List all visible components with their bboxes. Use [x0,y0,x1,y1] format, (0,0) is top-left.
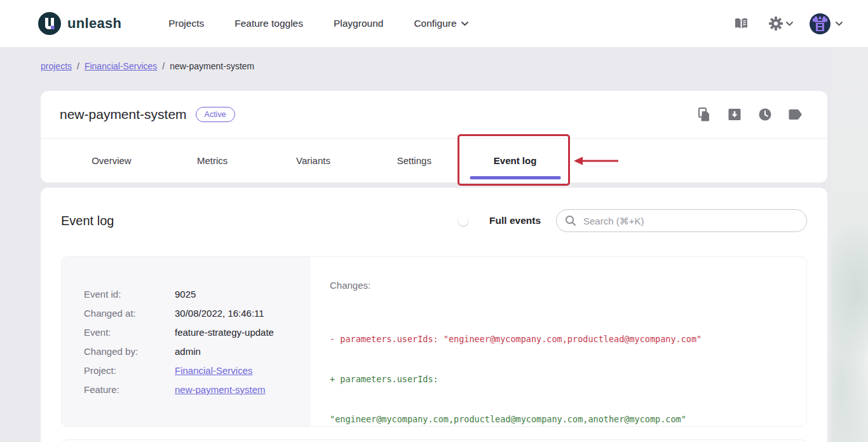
tab-overview[interactable]: Overview [61,139,162,183]
nav-item-projects[interactable]: Projects [168,18,204,29]
navbar-right [729,13,843,34]
page-title: new-payment-system [60,107,187,122]
event-log-header: Event log Full events [41,188,827,232]
brand-name: unleash [67,15,121,32]
unleash-logo-icon [38,12,61,35]
chevron-down-icon [461,22,468,26]
event-changes-panel: Changes: - parameters.userIds: "engineer… [311,257,806,426]
nav-item-configure[interactable]: Configure [414,18,468,29]
meta-label: Event id: [84,289,175,300]
meta-row-event-id: Event id: 9025 [84,289,311,300]
status-badge: Active [196,107,235,122]
meta-row-project: Project: Financial-Services [84,365,311,376]
event-diff: - parameters.userIds: "engineer@mycompan… [330,306,787,427]
top-navbar: unleash Projects Feature toggles Playgro… [0,0,868,47]
event-log-entry: Event id: 9025 Changed at: 30/08/2022, 1… [61,256,807,427]
toggle-switch[interactable] [457,215,482,227]
feature-actions [691,102,808,127]
history-icon[interactable] [752,102,778,127]
tab-metrics-label: Metrics [197,155,227,166]
settings-menu-button[interactable] [768,16,793,31]
feature-link[interactable]: new-payment-system [175,384,266,396]
nav-item-feature-toggles[interactable]: Feature toggles [234,18,303,29]
meta-label: Changed at: [84,308,175,319]
breadcrumb-separator: / [162,61,165,71]
breadcrumb-current: new-payment-system [170,61,254,71]
changed-by-value: admin [175,346,201,357]
main-nav: Projects Feature toggles Playground Conf… [168,18,468,29]
meta-label: Project: [84,365,175,376]
tab-overview-label: Overview [92,155,132,166]
archive-icon[interactable] [722,102,747,127]
breadcrumb-projects[interactable]: projects [41,61,72,71]
meta-row-changed-by: Changed by: admin [84,346,311,357]
search-input[interactable] [556,209,807,232]
breadcrumb-separator: / [77,61,79,71]
tab-variants[interactable]: Variants [263,139,364,183]
tab-event-log-label: Event log [494,155,537,166]
tab-event-log[interactable]: Event log [465,139,566,183]
tab-settings[interactable]: Settings [363,139,465,183]
breadcrumb: projects / Financial-Services / new-paym… [41,61,254,71]
breadcrumb-financial-services[interactable]: Financial-Services [85,61,157,71]
meta-row-changed-at: Changed at: 30/08/2022, 16:46:11 [84,308,311,319]
search-icon [565,215,576,226]
meta-label: Event: [84,327,175,338]
full-events-toggle[interactable]: Full events [457,215,541,227]
feature-title-row: new-payment-system Active [41,91,827,138]
event-id-value: 9025 [175,289,196,300]
nav-item-playground[interactable]: Playground [334,18,383,29]
diff-removed-line: - parameters.userIds: "engineer@mycompan… [330,333,787,346]
meta-row-feature: Feature: new-payment-system [84,384,311,396]
nav-item-configure-label: Configure [414,18,456,29]
active-tab-indicator [470,176,560,179]
event-log-title: Event log [61,214,114,228]
event-type-value: feature-strategy-update [175,327,274,338]
event-log-card: Event log Full events Event id: 9025 Cha… [41,188,827,442]
diff-added-line: "engineer@mycompany.com,productlead@myco… [330,413,787,426]
changes-label: Changes: [330,280,787,291]
background-texture [831,47,868,442]
tab-metrics[interactable]: Metrics [162,139,263,183]
changed-at-value: 30/08/2022, 16:46:11 [175,308,264,319]
toggle-thumb [458,216,468,226]
user-avatar [810,13,831,34]
meta-label: Feature: [84,384,175,396]
event-meta-panel: Event id: 9025 Changed at: 30/08/2022, 1… [62,257,311,426]
profile-menu-button[interactable] [810,13,843,34]
feature-tabs: Overview Metrics Variants Settings Event… [41,138,827,183]
settings-gear-icon [768,16,783,31]
copy-icon[interactable] [691,102,717,127]
chevron-down-icon [786,22,793,26]
tab-settings-label: Settings [397,155,431,166]
meta-row-event-type: Event: feature-strategy-update [84,327,311,338]
chevron-down-icon [836,22,843,26]
next-event-entry-partial [61,439,807,442]
diff-added-line: + parameters.userIds: [330,373,787,386]
docs-book-icon[interactable] [729,13,753,34]
search-box [556,209,807,232]
project-link[interactable]: Financial-Services [175,365,253,376]
tab-variants-label: Variants [296,155,330,166]
unleash-logo[interactable]: unleash [38,12,121,35]
full-events-label: Full events [489,215,541,226]
tag-icon[interactable] [783,102,808,127]
meta-label: Changed by: [84,346,175,357]
feature-header-card: new-payment-system Active [41,91,827,183]
